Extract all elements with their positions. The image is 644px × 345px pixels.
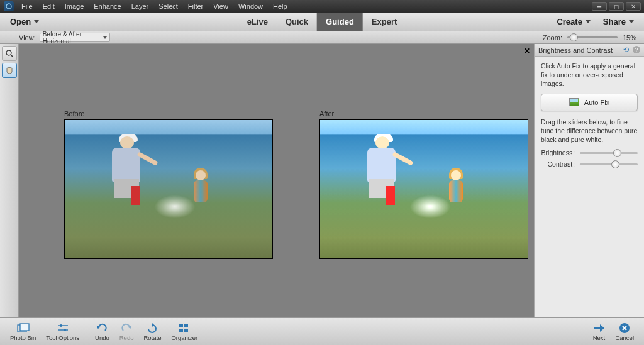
chevron-down-icon [586,20,591,23]
photobin-icon [17,322,30,334]
zoom-value: 15% [623,34,636,41]
help-icon[interactable]: ? [633,46,640,53]
title-bar: File Edit Image Enhance Layer Select Fil… [0,0,644,13]
share-button[interactable]: Share [597,14,640,29]
tooloptions-icon [57,322,69,334]
after-label: After [319,110,528,118]
bottom-bar: Photo Bin Tool Options Undo Redo Rotate … [0,317,644,345]
tab-elive[interactable]: eLive [238,13,277,31]
view-label: View: [19,34,36,41]
share-label: Share [603,17,626,26]
menu-enhance[interactable]: Enhance [89,1,126,12]
redo-icon [121,322,132,334]
menu-view[interactable]: View [208,1,233,12]
guided-panel: Brightness and Contrast ⟲ ? Click Auto F… [534,44,644,317]
panel-header: Brightness and Contrast ⟲ ? [535,44,644,57]
create-button[interactable]: Create [550,14,596,29]
hand-tool[interactable] [2,63,17,78]
minimize-button[interactable]: ━ [592,2,607,11]
chevron-down-icon [34,20,39,23]
panel-title: Brightness and Contrast [538,47,613,54]
menu-window[interactable]: Window [233,1,268,12]
next-icon [592,322,605,334]
undo-icon [96,322,108,334]
cancel-icon [619,322,630,334]
tool-options-button[interactable]: Tool Options [41,321,84,342]
brightness-slider[interactable] [580,152,638,154]
app-logo [4,1,14,11]
contrast-thumb[interactable] [611,160,619,168]
auto-fix-button[interactable]: Auto Fix [541,94,638,111]
canvas-area: ✕ Before After [19,44,534,317]
before-label: Before [64,110,273,118]
before-image [64,119,273,259]
undo-button[interactable]: Undo [90,321,114,342]
autofix-label: Auto Fix [584,99,609,106]
brightness-thumb[interactable] [613,149,621,157]
menu-layer[interactable]: Layer [126,1,154,12]
svg-point-0 [6,4,11,9]
menu-file[interactable]: File [16,1,38,12]
menu-filter[interactable]: Filter [183,1,208,12]
svg-point-6 [60,324,62,327]
svg-rect-4 [20,324,29,331]
after-image [319,119,528,259]
next-button[interactable]: Next [587,321,610,342]
brightness-label: Brightness : [541,149,576,156]
svg-rect-11 [179,329,183,332]
organizer-button[interactable]: Organizer [166,321,203,342]
svg-point-1 [6,50,11,55]
zoom-slider[interactable] [567,36,618,38]
open-button[interactable]: Open [4,14,45,29]
svg-rect-12 [184,329,188,332]
maximize-button[interactable]: ◻ [609,2,624,11]
close-document-icon[interactable]: ✕ [524,47,530,55]
zoom-thumb[interactable] [570,33,578,41]
cancel-button[interactable]: Cancel [610,321,639,342]
contrast-label: Contrast : [541,160,576,168]
svg-rect-9 [179,324,183,327]
menu-help[interactable]: Help [268,1,292,12]
open-label: Open [10,17,31,26]
view-select[interactable]: Before & After - Horizontal [40,33,110,42]
zoom-tool[interactable] [2,46,17,61]
top-toolbar: Open eLive Quick Guided Expert Create Sh… [0,13,644,31]
contrast-slider[interactable] [580,163,638,165]
tab-guided[interactable]: Guided [317,13,363,31]
menu-edit[interactable]: Edit [38,1,60,12]
tab-expert[interactable]: Expert [363,13,406,31]
create-label: Create [557,17,582,26]
tool-strip [0,44,19,317]
rotate-icon [147,322,158,334]
menu-bar: File Edit Image Enhance Layer Select Fil… [16,1,292,12]
organizer-icon [179,322,190,334]
mode-tabs: eLive Quick Guided Expert [238,13,406,31]
svg-point-8 [64,329,66,331]
options-bar: View: Before & After - Horizontal Zoom: … [0,31,644,44]
svg-line-2 [11,55,13,57]
photo-bin-button[interactable]: Photo Bin [5,321,41,342]
rotate-button[interactable]: Rotate [138,321,166,342]
reset-icon[interactable]: ⟲ [623,46,629,54]
menu-image[interactable]: Image [60,1,89,12]
redo-button[interactable]: Redo [114,321,139,342]
chevron-down-icon [629,20,634,23]
picture-icon [569,98,579,106]
chevron-down-icon [103,36,107,39]
close-button[interactable]: ✕ [626,2,641,11]
view-value: Before & After - Horizontal [43,31,103,45]
tab-quick[interactable]: Quick [277,13,317,31]
zoom-label: Zoom: [543,34,562,41]
autofix-help-text: Click Auto Fix to apply a general fix to… [541,62,638,89]
menu-select[interactable]: Select [153,1,183,12]
svg-rect-10 [184,324,188,327]
separator [87,322,87,341]
slider-help-text: Drag the sliders below, to fine tune the… [541,118,638,145]
